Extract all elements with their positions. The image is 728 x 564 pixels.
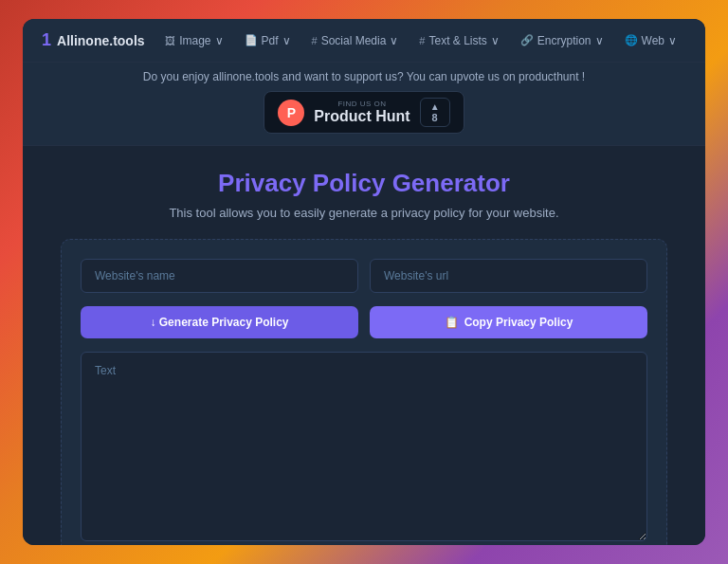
nav-item-web[interactable]: 🌐 Web ∨ <box>615 29 686 52</box>
product-hunt-name: Product Hunt <box>314 108 410 125</box>
product-hunt-badge[interactable]: P FIND US ON Product Hunt ▲ 8 <box>264 91 464 134</box>
nav-item-social-media[interactable]: # Social Media ∨ <box>302 29 409 52</box>
chevron-down-icon: ∨ <box>215 34 224 47</box>
nav-item-pdf-label: Pdf <box>262 34 279 47</box>
upvote-arrow-icon: ▲ <box>430 101 440 112</box>
tool-card: ↓ Generate Privacy Policy 📋 Copy Privacy… <box>61 239 667 545</box>
nav-item-encryption[interactable]: 🔗 Encryption ∨ <box>511 29 613 52</box>
page-title: Privacy Policy Generator <box>61 169 667 198</box>
chevron-down-icon: ∨ <box>491 34 500 47</box>
link-icon: 🔗 <box>520 34 534 46</box>
chevron-down-icon: ∨ <box>668 34 677 47</box>
globe-icon: 🌐 <box>625 34 638 46</box>
nav-item-encryption-label: Encryption <box>537 34 592 47</box>
navbar: 1 Allinone.tools 🖼 Image ∨ 📄 Pdf ∨ # Soc… <box>23 19 705 63</box>
website-name-input[interactable] <box>81 259 358 293</box>
inputs-row <box>81 259 647 293</box>
nav-item-text-lists[interactable]: # Text & Lists ∨ <box>410 29 508 52</box>
copy-icon: 📋 <box>445 316 459 329</box>
hash-icon-2: # <box>419 35 425 46</box>
vote-count: 8 <box>432 112 438 123</box>
brand-icon: 1 <box>42 30 51 50</box>
vote-counter[interactable]: ▲ 8 <box>420 98 450 127</box>
nav-item-image[interactable]: 🖼 Image ∨ <box>155 29 232 52</box>
output-textarea[interactable] <box>81 352 647 541</box>
chevron-down-icon: ∨ <box>390 34 398 47</box>
nav-item-text-lists-label: Text & Lists <box>428 34 486 47</box>
nav-items: 🖼 Image ∨ 📄 Pdf ∨ # Social Media ∨ # Tex… <box>155 29 686 52</box>
product-hunt-logo: P <box>278 100 304 126</box>
product-hunt-text: FIND US ON Product Hunt <box>314 100 410 125</box>
chevron-down-icon: ∨ <box>282 34 291 47</box>
banner: Do you enjoy allinone.tools and want to … <box>23 63 705 146</box>
image-icon: 🖼 <box>165 35 175 46</box>
nav-item-social-media-label: Social Media <box>321 34 387 47</box>
nav-item-image-label: Image <box>179 34 210 47</box>
buttons-row: ↓ Generate Privacy Policy 📋 Copy Privacy… <box>81 306 647 338</box>
copy-button[interactable]: 📋 Copy Privacy Policy <box>370 306 647 338</box>
main-content: Privacy Policy Generator This tool allow… <box>23 146 705 545</box>
website-url-input[interactable] <box>370 259 647 293</box>
nav-item-web-label: Web <box>642 34 664 47</box>
banner-text: Do you enjoy allinone.tools and want to … <box>42 70 686 83</box>
brand: 1 Allinone.tools <box>42 30 145 50</box>
find-us-label: FIND US ON <box>314 100 410 108</box>
generate-button-label: ↓ Generate Privacy Policy <box>150 316 288 329</box>
hash-icon: # <box>312 35 318 46</box>
pdf-icon: 📄 <box>245 34 258 46</box>
generate-button[interactable]: ↓ Generate Privacy Policy <box>81 306 358 338</box>
page-subtitle: This tool allows you to easily generate … <box>61 206 667 220</box>
chevron-down-icon: ∨ <box>595 34 604 47</box>
nav-item-pdf[interactable]: 📄 Pdf ∨ <box>235 29 300 52</box>
copy-button-label: Copy Privacy Policy <box>464 316 573 329</box>
brand-name: Allinone.tools <box>57 33 145 48</box>
app-window: 1 Allinone.tools 🖼 Image ∨ 📄 Pdf ∨ # Soc… <box>23 19 705 545</box>
